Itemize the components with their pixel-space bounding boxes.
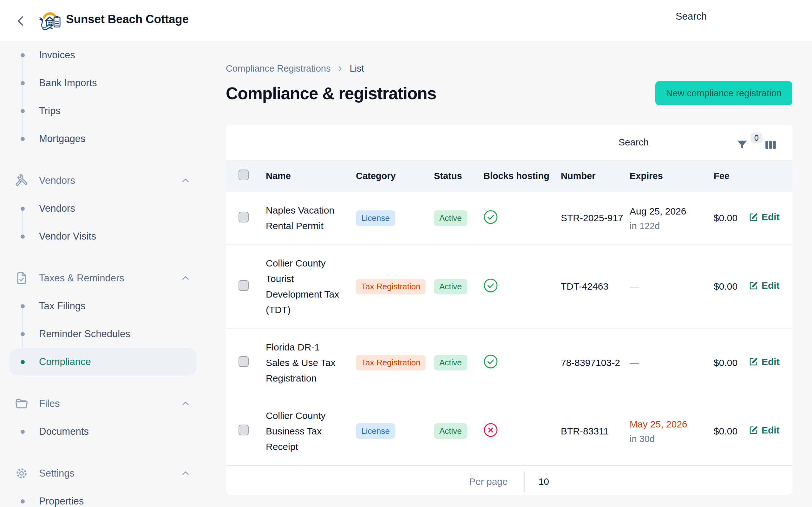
edit-label: Edit <box>762 356 780 367</box>
new-compliance-registration-button[interactable]: New compliance registration <box>655 81 792 105</box>
sidebar-item-invoices[interactable]: Invoices <box>0 41 209 69</box>
expires-in: in 122d <box>629 221 714 231</box>
sidebar-item-bank-imports[interactable]: Bank Imports <box>0 69 209 97</box>
registration-number: STR-2025-917 <box>561 213 629 223</box>
main-content: Compliance Registrations List Compliance… <box>209 41 812 507</box>
sidebar-item-label: Compliance <box>39 356 91 368</box>
edit-label: Edit <box>762 425 780 436</box>
edit-label: Edit <box>762 280 780 291</box>
breadcrumb-parent[interactable]: Compliance Registrations <box>226 63 331 74</box>
expires-in: in 30d <box>629 434 714 444</box>
registration-number: 78-8397103-2 <box>561 357 629 368</box>
select-all-checkbox[interactable] <box>239 170 249 180</box>
gear-icon <box>14 466 29 481</box>
header-search-button[interactable]: Search <box>676 11 707 22</box>
edit-button[interactable]: Edit <box>749 280 780 291</box>
edit-pencil-icon <box>749 425 758 435</box>
edit-button[interactable]: Edit <box>749 212 780 222</box>
edit-pencil-icon <box>749 281 758 291</box>
app-header: Sunset Beach Cottage Search <box>0 0 812 41</box>
sidebar-item-trips[interactable]: Trips <box>0 97 209 125</box>
check-circle-icon <box>484 210 498 224</box>
bullet-icon <box>20 53 25 57</box>
table-row: Collier County Tourist Development Tax (… <box>226 245 792 329</box>
sidebar-section-items: Properties <box>0 487 209 507</box>
table-toolbar: 0 <box>226 124 792 160</box>
column-header-blocks-hosting: Blocks hosting <box>479 171 561 181</box>
sidebar-section-header-taxes-reminders[interactable]: Taxes & Reminders <box>0 264 209 292</box>
sidebar-section-items: Tax Filings Reminder Schedules Complianc… <box>0 292 209 376</box>
bullet-icon <box>20 304 25 308</box>
bullet-icon <box>20 360 25 364</box>
property-name: Sunset Beach Cottage <box>66 13 189 26</box>
bullet-icon <box>20 499 25 504</box>
sidebar-section-label: Files <box>39 398 60 409</box>
tools-icon <box>14 174 29 187</box>
bullet-icon <box>20 137 25 141</box>
row-checkbox[interactable] <box>239 280 249 291</box>
chevron-up-icon[interactable] <box>180 468 191 479</box>
table-row: Collier County Business Tax Receipt Lice… <box>226 397 792 465</box>
status-badge: Active <box>434 210 467 226</box>
registration-name: Collier County Business Tax Receipt <box>266 408 340 454</box>
filter-count-badge: 0 <box>751 132 763 144</box>
filter-icon[interactable] <box>736 139 749 152</box>
row-checkbox[interactable] <box>239 356 249 367</box>
sidebar-section-header-files[interactable]: Files <box>0 390 209 418</box>
column-header-number: Number <box>561 171 629 181</box>
page-title: Compliance & registrations <box>226 83 436 103</box>
category-badge: Tax Registration <box>356 279 426 294</box>
sidebar-loose-group: Invoices Bank Imports Trips Mortgages <box>0 41 209 153</box>
breadcrumb-current: List <box>350 63 364 74</box>
sidebar-item-tax-filings[interactable]: Tax Filings <box>0 292 209 320</box>
sidebar-item-label: Vendor Visits <box>39 231 96 242</box>
sidebar-item-vendors[interactable]: Vendors <box>0 194 209 222</box>
bullet-icon <box>20 207 25 211</box>
bullet-icon <box>20 430 25 434</box>
sidebar-item-reminder-schedules[interactable]: Reminder Schedules <box>0 320 209 348</box>
sidebar-item-label: Vendors <box>39 203 75 214</box>
column-header-fee: Fee <box>714 171 749 181</box>
back-arrow-icon[interactable] <box>14 14 28 28</box>
chevron-up-icon[interactable] <box>180 273 191 284</box>
category-badge: License <box>356 210 395 226</box>
check-circle-icon <box>484 354 498 369</box>
table-search-input[interactable] <box>618 137 736 148</box>
fee-value: $0.00 <box>714 281 749 292</box>
table-row: Florida DR-1 Sales & Use Tax Registratio… <box>226 329 792 397</box>
sidebar-item-documents[interactable]: Documents <box>0 418 209 446</box>
sidebar-item-label: Trips <box>39 105 61 117</box>
sidebar-item-properties[interactable]: Properties <box>0 487 209 507</box>
expires-date: — <box>629 280 714 293</box>
fee-value: $0.00 <box>714 357 749 368</box>
expires-date: Aug 25, 2026 <box>629 205 714 218</box>
sidebar-section-header-vendors[interactable]: Vendors <box>0 167 209 194</box>
edit-button[interactable]: Edit <box>749 356 780 367</box>
registration-number: BTR-83311 <box>561 426 629 437</box>
column-header-category: Category <box>356 171 434 181</box>
registration-name: Florida DR-1 Sales & Use Tax Registratio… <box>266 339 340 386</box>
sidebar-item-mortgages[interactable]: Mortgages <box>0 125 209 153</box>
per-page-value[interactable]: 10 <box>539 476 549 487</box>
sidebar-item-label: Documents <box>39 426 89 437</box>
row-checkbox[interactable] <box>239 212 249 222</box>
property-logo <box>38 8 63 33</box>
chevron-up-icon[interactable] <box>180 175 191 186</box>
category-badge: License <box>356 424 395 439</box>
status-badge: Active <box>434 355 467 371</box>
sidebar-section-files: Files Documents <box>0 390 209 446</box>
check-circle-icon <box>484 278 498 293</box>
footer-divider <box>524 471 525 492</box>
chevron-up-icon[interactable] <box>180 398 191 409</box>
sidebar-section-settings: Settings Properties <box>0 459 209 507</box>
sidebar-section-taxes-reminders: Taxes & Reminders Tax Filings Reminder S… <box>0 264 209 376</box>
column-header-expires: Expires <box>629 171 714 181</box>
sidebar-item-compliance[interactable]: Compliance <box>0 348 209 376</box>
row-checkbox[interactable] <box>239 425 249 435</box>
sidebar-section-label: Vendors <box>39 175 75 186</box>
expires-date: May 25, 2026 <box>629 418 714 431</box>
sidebar-item-vendor-visits[interactable]: Vendor Visits <box>0 222 209 250</box>
columns-icon[interactable] <box>764 138 777 152</box>
sidebar-section-header-settings[interactable]: Settings <box>0 459 209 487</box>
edit-button[interactable]: Edit <box>749 425 780 436</box>
